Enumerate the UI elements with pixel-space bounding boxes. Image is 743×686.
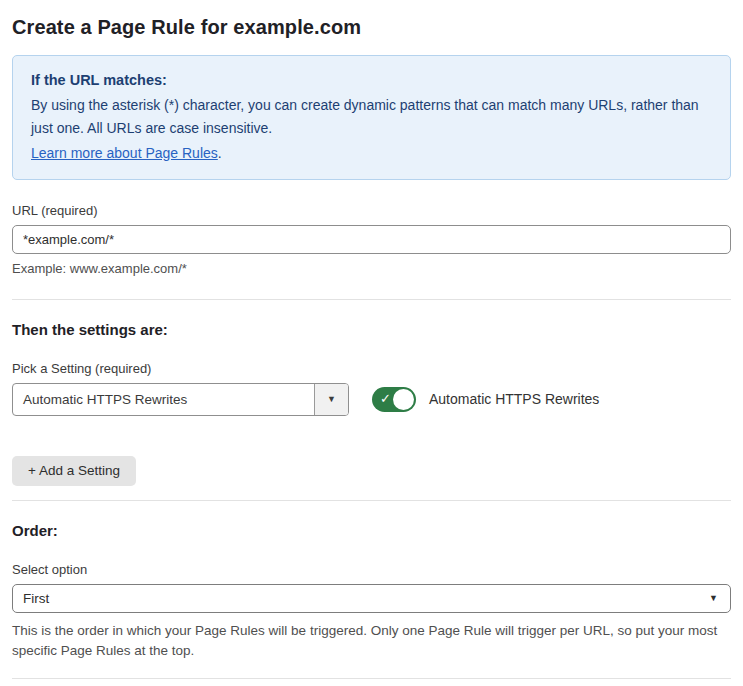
- order-select[interactable]: First ▼: [12, 584, 731, 613]
- divider: [12, 500, 731, 501]
- url-matches-info-box: If the URL matches: By using the asteris…: [12, 55, 731, 180]
- order-select-label: Select option: [12, 562, 731, 577]
- setting-select[interactable]: Automatic HTTPS Rewrites ▼: [12, 383, 349, 416]
- order-select-value: First: [23, 591, 709, 606]
- toggle-knob: [393, 389, 414, 410]
- url-label: URL (required): [12, 203, 731, 218]
- info-box-heading: If the URL matches:: [31, 69, 712, 92]
- setting-toggle-label: Automatic HTTPS Rewrites: [429, 391, 599, 407]
- checkmark-icon: ✓: [380, 392, 391, 405]
- order-section-heading: Order:: [12, 522, 731, 539]
- settings-section-heading: Then the settings are:: [12, 321, 731, 338]
- pick-setting-label: Pick a Setting (required): [12, 361, 731, 376]
- create-page-rule-form: Create a Page Rule for example.com If th…: [0, 0, 743, 686]
- chevron-down-icon: ▼: [709, 593, 718, 603]
- page-title: Create a Page Rule for example.com: [12, 16, 731, 39]
- setting-select-value: Automatic HTTPS Rewrites: [13, 384, 314, 415]
- setting-toggle[interactable]: ✓: [372, 387, 416, 412]
- setting-select-arrow-button[interactable]: ▼: [314, 384, 348, 415]
- link-suffix: .: [218, 145, 222, 161]
- add-setting-button[interactable]: + Add a Setting: [12, 456, 136, 486]
- chevron-down-icon: ▼: [327, 394, 336, 404]
- setting-row: Automatic HTTPS Rewrites ▼ ✓ Automatic H…: [12, 383, 731, 416]
- divider: [12, 299, 731, 300]
- url-input[interactable]: [12, 225, 731, 254]
- info-box-link-line: Learn more about Page Rules.: [31, 142, 712, 165]
- learn-more-link[interactable]: Learn more about Page Rules: [31, 145, 218, 161]
- info-box-body: By using the asterisk (*) character, you…: [31, 94, 712, 139]
- divider: [12, 678, 731, 679]
- url-example-hint: Example: www.example.com/*: [12, 261, 731, 276]
- order-helper-text: This is the order in which your Page Rul…: [12, 621, 731, 663]
